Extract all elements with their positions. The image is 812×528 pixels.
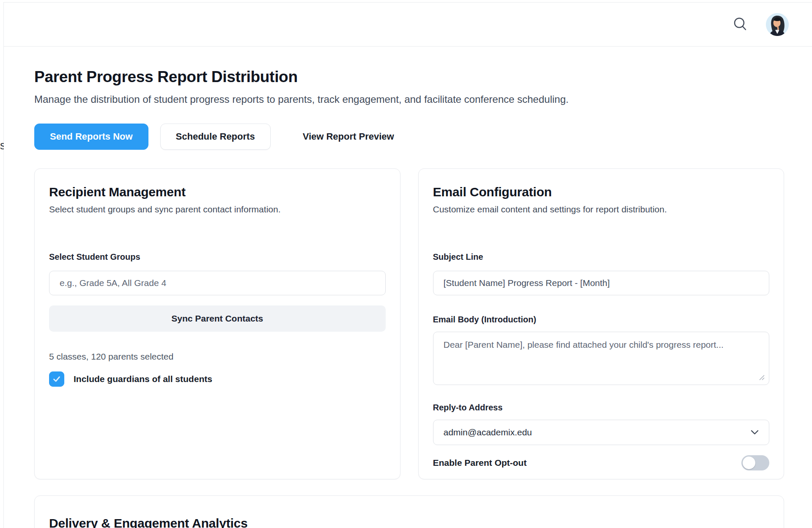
view-report-preview-button[interactable]: View Report Preview: [283, 124, 414, 150]
analytics-card: Delivery & Engagement Analytics: [34, 495, 784, 528]
recipient-card-title: Recipient Management: [49, 184, 386, 200]
search-button[interactable]: [733, 16, 748, 33]
chevron-down-icon: [751, 430, 759, 435]
reply-to-field: Reply-to Address admin@academix.edu: [433, 402, 770, 445]
search-icon: [733, 16, 748, 33]
top-bar: [4, 3, 812, 47]
parent-optout-toggle[interactable]: [741, 455, 769, 470]
action-buttons: Send Reports Now Schedule Reports View R…: [34, 124, 784, 150]
page-frame: Parent Progress Report Distribution Mana…: [3, 2, 812, 528]
sidebar-cropped-text: s: [0, 139, 4, 152]
main-content: Parent Progress Report Distribution Mana…: [4, 68, 812, 528]
cards-row: Recipient Management Select student grou…: [34, 168, 784, 479]
page-subtitle: Manage the distribution of student progr…: [34, 93, 784, 106]
parent-optout-row: Enable Parent Opt-out: [433, 455, 770, 470]
subject-line-label: Subject Line: [433, 251, 770, 262]
recipient-management-card: Recipient Management Select student grou…: [34, 168, 401, 479]
subject-line-input[interactable]: [433, 271, 770, 295]
reply-to-label: Reply-to Address: [433, 402, 770, 413]
email-configuration-card: Email Configuration Customize email cont…: [418, 168, 785, 479]
toggle-knob: [743, 456, 755, 469]
email-body-textarea[interactable]: [433, 332, 770, 385]
subject-line-field: Subject Line: [433, 251, 770, 295]
parent-optout-label: Enable Parent Opt-out: [433, 458, 527, 468]
email-card-title: Email Configuration: [433, 184, 770, 200]
include-guardians-label: Include guardians of all students: [74, 374, 212, 384]
reply-to-value: admin@academix.edu: [444, 427, 532, 437]
analytics-card-title: Delivery & Engagement Analytics: [49, 515, 769, 528]
email-body-field: Email Body (Introduction): [433, 314, 770, 385]
sync-parent-contacts-button[interactable]: Sync Parent Contacts: [49, 305, 386, 332]
student-groups-field: Select Student Groups: [49, 251, 386, 295]
reply-to-select[interactable]: admin@academix.edu: [433, 420, 770, 445]
student-groups-input[interactable]: [49, 271, 386, 295]
schedule-reports-button[interactable]: Schedule Reports: [160, 124, 271, 150]
avatar[interactable]: [766, 13, 789, 36]
selection-summary: 5 classes, 120 parents selected: [49, 351, 386, 362]
avatar-photo: [766, 13, 789, 36]
checkbox-icon: [49, 371, 64, 387]
include-guardians-checkbox[interactable]: Include guardians of all students: [49, 371, 386, 387]
student-groups-label: Select Student Groups: [49, 251, 386, 262]
send-reports-now-button[interactable]: Send Reports Now: [34, 124, 148, 150]
recipient-card-subtitle: Select student groups and sync parent co…: [49, 204, 386, 215]
email-card-subtitle: Customize email content and settings for…: [433, 204, 770, 215]
page-title: Parent Progress Report Distribution: [34, 68, 784, 86]
email-body-label: Email Body (Introduction): [433, 314, 770, 325]
